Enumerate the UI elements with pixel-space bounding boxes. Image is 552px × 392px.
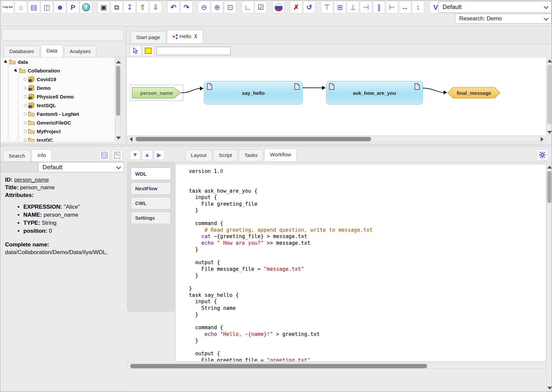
add-note-button[interactable] [143,45,154,56]
tree-item-collaboration[interactable]: ▶Collaboration [1,66,114,75]
format-tab-wdl[interactable]: WDL [131,168,171,180]
scroll-down-arrow[interactable] [116,137,121,140]
info-view-select[interactable]: Default [38,162,124,172]
close-icon[interactable]: X [194,33,197,40]
info-h-scrollbar[interactable] [0,391,126,392]
scroll-up-arrow[interactable] [547,59,552,62]
tree-scrollbar[interactable] [115,59,121,141]
align-center-horizontal-button[interactable]: ⊞ [334,1,346,13]
align-bottom-button[interactable]: ⊥ [347,1,359,13]
tab-layout[interactable]: Layout [185,149,212,161]
workflow-canvas[interactable]: person_name say_hello as [127,58,546,135]
tree-item-myproject[interactable]: MyProject [1,127,114,136]
language-russian-button[interactable] [272,1,285,13]
undo-button[interactable]: ↶ [167,1,180,13]
help-button[interactable]: ? [80,1,92,13]
tree-item-testdc[interactable]: testDC [1,136,114,142]
scroll-thumb[interactable] [547,171,551,203]
layout-explorer-button[interactable]: ◫ [41,1,53,13]
editor-v-scrollbar[interactable] [546,164,552,392]
workflow-node-final-message[interactable]: final_message [448,87,500,99]
horizontal-splitter[interactable] [0,144,552,147]
fit-to-screen-button[interactable]: ⊡ [224,1,236,13]
code-token: task say_hello { [189,292,239,298]
distribute-horizontal-button[interactable]: ↔ [399,1,411,13]
align-top-button[interactable]: ⊤ [321,1,333,13]
scroll-thumb[interactable] [135,137,371,141]
add-edge-button[interactable]: ∟ [242,1,254,13]
editor-settings-button[interactable] [536,149,548,161]
workflow-node-ask-how-are-you[interactable]: ask_how_are_you [326,81,423,105]
diagram-search-input[interactable] [157,47,231,55]
layout-status-button[interactable]: ▤ [28,1,40,13]
tab-databases[interactable]: Databases [4,45,40,57]
scroll-down-arrow[interactable] [547,131,552,134]
format-tab-nextflow[interactable]: NextFlow [131,182,171,195]
tree-item-covid19[interactable]: RwCovid19 [1,75,114,83]
canvas-v-scrollbar[interactable] [546,58,552,135]
tree-item-fantom5-legnet[interactable]: Fantom5 - LegNet [1,110,114,118]
code-line: } [189,272,546,279]
scroll-right-arrow[interactable] [541,137,544,142]
collapse-down-button[interactable]: ▼ [130,150,141,160]
workflow-node-person-name[interactable]: person_name [132,87,181,99]
format-tab-settings[interactable]: Settings [131,212,171,224]
research-select[interactable]: Research: Demo [455,14,552,24]
scroll-thumb[interactable] [116,66,120,116]
edit-info-button[interactable] [112,150,122,161]
run-button[interactable]: ▶ [154,150,165,160]
collapse-up-button[interactable]: ▲ [142,150,153,160]
copy-info-button[interactable] [99,150,110,161]
import-button[interactable]: ⇩ [150,1,162,13]
align-middle-vertical-button[interactable]: ∥ [373,1,385,13]
tab-workflow[interactable]: Workflow [264,149,297,161]
scroll-down-arrow[interactable] [547,387,552,390]
info-id-link[interactable]: person_name [14,177,49,183]
redo-button[interactable]: ↷ [180,1,193,13]
scroll-up-arrow[interactable] [547,166,552,169]
editor-h-scrollbar[interactable] [127,363,546,369]
profile-select[interactable]: Default [438,1,552,13]
perspective-button[interactable]: P [67,1,79,13]
scroll-left-arrow[interactable] [129,137,132,142]
tab-search[interactable]: Search [3,150,31,162]
tree-item-data[interactable]: ▶data [1,57,114,66]
wdl-code-editor[interactable]: version 1.0 task ask_how_are_you { input… [175,164,546,362]
scroll-thumb[interactable] [547,65,551,124]
scroll-up-arrow[interactable] [116,60,121,63]
tree-item-physicell-demo[interactable]: RwPhysicell Demo [1,92,114,101]
apply-button[interactable]: ↧ [123,1,136,13]
code-token: echo [205,331,217,337]
document-tab-hello[interactable]: HelloX [167,30,203,43]
tab-tasks[interactable]: Tasks [239,149,263,161]
account-user-button[interactable]: ☻ [54,1,66,13]
logout-button[interactable]: Log out [2,1,14,13]
workflow-node-say-hello[interactable]: say_hello [204,81,303,105]
format-tab-cwl[interactable]: CWL [131,197,171,209]
task-list-button[interactable]: ☑ [255,1,267,13]
home-button[interactable]: ⌂ [15,1,27,13]
tree-item-genericfiledc[interactable]: GenericFileDC [1,118,114,127]
tab-data[interactable]: Data [41,45,63,57]
scroll-thumb[interactable] [130,364,427,368]
expand-arrow-icon[interactable]: ▶ [13,67,19,73]
tree-item-demo[interactable]: RwDemo [1,83,114,92]
tab-script[interactable]: Script [213,149,238,161]
document-tab-start-page[interactable]: Start page [130,31,166,43]
canvas-h-scrollbar[interactable] [127,136,546,142]
auto-layout-button[interactable]: ↺ [303,1,315,13]
distribute-vertical-button[interactable]: ↕ [412,1,424,13]
select-cursor-button[interactable] [130,45,141,56]
tree-item-testsql[interactable]: RwtestSQL [1,101,114,110]
export-button[interactable]: ⇧ [136,1,149,13]
align-left-button[interactable]: ⊣ [360,1,372,13]
align-right-button[interactable]: ⊢ [386,1,398,13]
zoom-out-button[interactable]: ⊖ [198,1,210,13]
zoom-in-button[interactable]: ⊕ [211,1,223,13]
save-copy-button[interactable]: ⧉ [110,1,123,13]
expand-arrow-icon[interactable]: ▶ [3,58,9,65]
save-button[interactable]: ▣ [97,1,110,13]
remove-element-button[interactable]: ✗ [290,1,302,13]
tab-info[interactable]: Info [32,149,52,162]
tab-analyses[interactable]: Analyses [64,45,96,57]
